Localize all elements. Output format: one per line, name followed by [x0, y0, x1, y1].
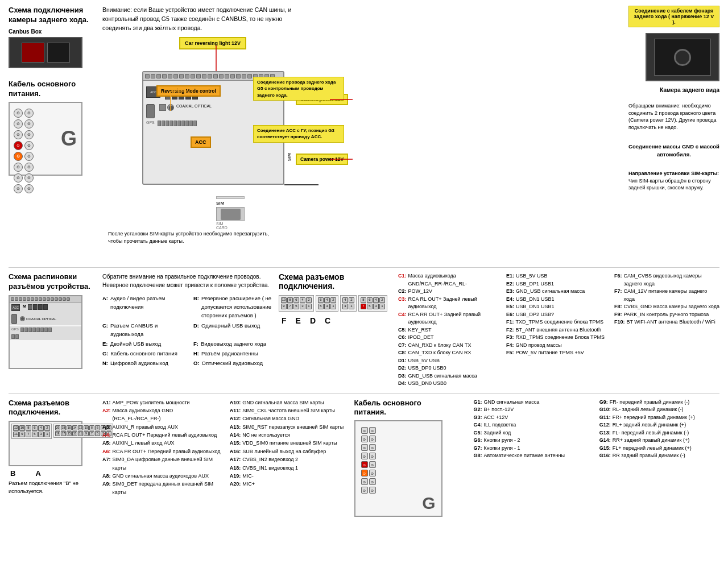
canbus-block2: [47, 43, 70, 63]
pin-key: C:: [102, 321, 108, 338]
connector-c: 8 6 4 2 7 5 3 1: [358, 295, 387, 312]
bottom-item: A11:SIM0_CKL частота внешней SIM карты: [230, 407, 349, 415]
spec-key: F5:: [506, 349, 514, 357]
bm-val: SIM0_DET передача данных внешней SIM кар…: [113, 480, 221, 496]
pin-key: O:: [193, 359, 200, 367]
bm-key: A7:: [102, 455, 111, 472]
spec-item: F10:BT WIFI-ANT антенна Bluetooth / WiFi: [614, 318, 719, 326]
bottom-item: A6:RCA FR OUT+ Передний правый аудиовыхо…: [102, 447, 221, 455]
spec-key: C6:: [398, 334, 407, 342]
connector-e: 642 531: [316, 295, 338, 312]
top-section: Схема подключения камеры заднего хода. C…: [9, 6, 719, 268]
connection-cable-label: Соединение с кабелем фонаря заднего хода…: [628, 6, 719, 27]
cam-power-box2: Camera power 12V: [296, 154, 348, 165]
rs-key: G14:: [599, 437, 611, 445]
spec-key: C7:: [398, 342, 407, 350]
rs-val: FR- передний правый динамик (-): [610, 399, 690, 407]
camera-text: Камера заднего вида: [660, 87, 719, 93]
bottom-item: A1:AMP_POW усилитель мощности: [102, 399, 221, 407]
bottom-item: A8:GND сигнальная масса аудиокодов AUX: [102, 472, 221, 480]
bm-val: MIC-: [242, 472, 254, 480]
bm-val: SIM0_DA цифровые данные внешней SIM карт…: [113, 455, 221, 472]
spec-val: BT WIFI-ANT антенна Bluetooth / WiFi: [627, 318, 715, 326]
spec-key: C5:: [398, 326, 407, 334]
spec-key: F3:: [506, 334, 514, 342]
pin-val: Разъем CANBUS и аудиовыхода: [110, 321, 182, 338]
spec-item: C2:POW_12V: [398, 288, 503, 296]
top-title: Схема подключения камеры заднего хода.: [9, 6, 97, 25]
bm-val: Масса аудиовыхода GND (RCA_FL-/RCA_FR-): [113, 407, 221, 423]
spec-item: E1:USB_5V USB: [506, 272, 611, 280]
spec-key: E5:: [506, 303, 514, 311]
bm-val: CVBS_IN1 видеовход 1: [242, 464, 298, 472]
rs-key: G10:: [599, 406, 611, 414]
spec-item: F2:BT_ANT внешняя антенна Bluetooth: [506, 326, 611, 334]
rs-val: GND сигнальная масса: [484, 399, 540, 407]
rs-key: G5:: [474, 429, 482, 437]
pin-key: D:: [193, 321, 199, 338]
left-panel: Схема подключения камеры заднего хода. C…: [9, 6, 97, 262]
rs-val: RL- задний левый динамик (-): [613, 406, 684, 414]
cable-diagram: ⊙ ⊙ ⊙ ⊙ ⊙ ⊙ ⊙ ⊙: [9, 102, 82, 176]
pin-val: Двойной USB выход: [110, 339, 162, 348]
right-spec-item: G13:FL- передний левый динамик (-): [599, 429, 719, 437]
car-reversing-box: Car reversing light 12V: [179, 37, 246, 49]
bm-key: A9:: [102, 480, 111, 496]
spec-val: USB_DN1 USB1: [516, 296, 555, 304]
bottom-item: A20:MIC+: [230, 480, 349, 488]
pin-key: N:: [102, 359, 108, 367]
bottom-item: A14:NC не используется: [230, 431, 349, 439]
spec-item: D4:USB_DN0 USB0: [398, 380, 503, 388]
bm-key: A14:: [230, 431, 241, 439]
spec-key: F1:: [506, 318, 514, 326]
canbus-label: Canbus Box: [9, 28, 97, 35]
bm-val: SIM0_RST перезапуск внешней SIM карты: [242, 423, 344, 431]
rs-val: FR+ передний правый динамик (+): [613, 414, 695, 422]
bm-key: A15:: [230, 439, 241, 447]
pin-val: Аудио / видео разъем подключения: [110, 294, 182, 320]
spec-column: F6:CAM_CVBS видеовыход камеры заднего хо…: [614, 272, 719, 388]
camera-inner: [654, 39, 711, 76]
spec-item: C5:KEY_RST: [398, 326, 503, 334]
connectors-section: Схема разъемов подключения. 108642 97531…: [279, 272, 392, 388]
right-specs: G1:GND сигнальная массаG2:B+ пост.-12VG3…: [474, 399, 720, 517]
rs-key: G11:: [599, 414, 611, 422]
bm-key: A10:: [230, 399, 241, 407]
spec-item: C3:RCA RL OUT+ Задней левый аудиовыход: [398, 296, 503, 311]
spec-key: C1:: [398, 272, 407, 288]
spec-val: BT_ANT внешняя антенна Bluetooth: [516, 326, 602, 334]
spec-val: GND_USB сигнальная масса: [516, 288, 585, 296]
bottom-item: A7:SIM0_DA цифровые данные внешней SIM к…: [102, 455, 221, 472]
bottom-diagram: 12 10 8 6 4 2 11 9 7 5 3: [9, 421, 82, 466]
spec-key: F4:: [506, 342, 514, 350]
spec-item: F5:POW_5V питание TPMS +5V: [506, 349, 611, 357]
spec-val: POW_12V: [408, 288, 433, 296]
specs-panel: C1:Масса аудиовыхода GND/RCA_RR-/RCA_RL-…: [398, 272, 719, 388]
bm-val: Сигнальная масса GND: [242, 415, 299, 422]
bottom-schema-title: Схема разъемов подключения.: [9, 399, 97, 418]
rs-key: G8:: [474, 452, 482, 460]
bottom-col: A1:AMP_POW усилитель мощностиA2:Масса ау…: [102, 399, 221, 497]
spec-item: F4:GND провод массы: [506, 342, 611, 350]
spec-key: F9:: [614, 311, 622, 319]
bm-val: AUXIN_R правый вход AUX: [113, 423, 178, 431]
spec-key: F8:: [614, 303, 622, 311]
cable-main-title: Кабель основного питания.: [354, 399, 468, 418]
power-note: Обращаем внимание: необходимо соединить …: [628, 102, 719, 131]
right-spec-item: G14:RR+ задний правый динамик (+): [599, 437, 719, 445]
bottom-item: A13:SIM0_RST перезапуск внешней SIM карт…: [230, 423, 349, 431]
spec-key: D3:: [398, 372, 407, 380]
right-spec-column: G9:FR- передний правый динамик (-)G10:RL…: [599, 399, 719, 460]
warning-box: Внимание: если Ваше устройство имеет под…: [102, 6, 301, 32]
spec-key: D1:: [398, 357, 407, 365]
cable-label: Кабель основного питания.: [9, 80, 97, 99]
cable-main-section: Кабель основного питания. ⊙ ⊙ ⊙ ⊙ ⊙: [354, 399, 468, 517]
bottom-section: Схема разъемов подключения. 12 10 8 6 4 …: [9, 399, 719, 517]
spec-val: RCA RR OUT+ Задней правый аудиовыход: [408, 311, 503, 326]
spec-key: E3:: [506, 288, 514, 296]
spec-item: F1:TXD_TPMS соединение блока TPMS: [506, 318, 611, 326]
spec-item: E3:GND_USB сигнальная масса: [506, 288, 611, 296]
pin-entry: G:Кабель основного питания: [102, 349, 182, 358]
right-spec-item: G8:Автоматическое питание антенны: [474, 452, 594, 460]
spec-column: C1:Масса аудиовыхода GND/RCA_RR-/RCA_RL-…: [398, 272, 503, 388]
